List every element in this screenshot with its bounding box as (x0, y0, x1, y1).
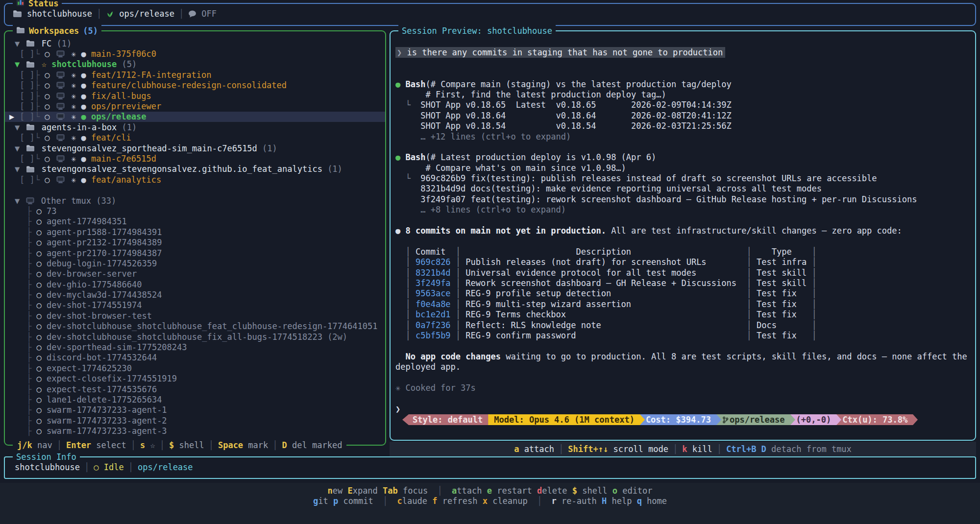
keybind-key: q (637, 496, 642, 506)
workspace-folder-row[interactable]: ▼ stevengonsalvez_stevengonsalvez.github… (5, 164, 385, 174)
workspace-folder-name: stevengonsalvez_sporthead-sim_main-c7e65… (42, 143, 257, 153)
powerline-segment: Ctx(u): 73.8% (836, 414, 913, 425)
tmux-session-row[interactable]: ├ ○ discord-bot-1774532644 (5, 353, 385, 363)
app-screen: { "status_bar": { "title": "Status", "wo… (0, 0, 980, 524)
workspace-folder-row[interactable]: ▼ ☆ shotclubhouse (5) (5, 59, 385, 70)
tmux-session-row[interactable]: ├ ○ agent-pr2170-1774984387 (5, 248, 385, 258)
tmux-session-row[interactable]: ├ ○ lane1-delete-1775265634 (5, 394, 385, 405)
chevron-down-icon: ▼ (15, 143, 24, 153)
tree-connector: └ (35, 133, 40, 143)
checkbox[interactable]: [ ] (20, 112, 35, 121)
checkbox[interactable]: [ ] (20, 91, 35, 101)
keybind-label: refresh (438, 496, 478, 506)
workspace-branch-row[interactable]: [ ]└ ○ ✳ ● main-375f06c0 (5, 48, 385, 59)
tmux-session-name: agent-pr2132-1774984389 (47, 238, 162, 247)
workspace-folder-row[interactable]: ▼ stevengonsalvez_sporthead-sim_main-c7e… (5, 143, 385, 153)
tmux-session-row[interactable]: ├ ○ expect-1774625230 (5, 363, 385, 373)
status-notifications: OFF (201, 9, 217, 19)
tmux-session-row[interactable]: ├ ○ dev-shotclubhouse_shotclubhouse_feat… (5, 321, 385, 332)
workspace-branch-row[interactable]: [ ]├ ○ ✳ ● feature/clubhouse-redesign-co… (5, 80, 385, 91)
workspace-branch-row[interactable]: [ ]├ ○ ✳ ● ops/prreviewer (5, 101, 385, 111)
tmux-session-row[interactable]: ├ ○ debug-login-1774526359 (5, 258, 385, 268)
powerline-segment: Model: Opus 4.6 (1M context) (488, 414, 640, 425)
tmux-session-age: (2w) (322, 332, 347, 342)
tree-connector: ├ (26, 416, 31, 426)
tmux-session-row[interactable]: ├ ○ dev-shot-1774551974 (5, 300, 385, 310)
workspaces-keybind-hints: j/k nav│Enter select│s ☆│$ shell│Space m… (13, 439, 346, 451)
terminal-line: … +8 lines (ctrl+o to expand) (395, 205, 975, 215)
tmux-session-row[interactable]: ├ ○ swarm-1774737233-agent-3 (5, 426, 385, 436)
workspace-branch-row[interactable]: [ ]├ ○ ✳ ● feat/1712-FA-integration (5, 70, 385, 80)
status-dot-icon: ● (81, 70, 91, 80)
tmux-session-row[interactable]: ├ ○ 73 (5, 206, 385, 216)
keybind-label: select (91, 440, 126, 450)
checkbox[interactable]: [ ] (20, 80, 35, 90)
workspace-folder-row[interactable]: ▼ FC (1) (5, 38, 385, 48)
tmux-session-row[interactable]: ├ ○ dev-shot-browser-test (5, 310, 385, 321)
powerline-segment: (+0,-0) (790, 414, 837, 425)
terminal-line: 8321b4d9d docs(testing): make evidence r… (395, 184, 975, 194)
tmux-session-row[interactable]: ├ ○ agent-pr1588-1774984391 (5, 227, 385, 237)
workspace-count: (1) (51, 39, 72, 48)
keybind-key: Ctrl+B D (726, 444, 766, 454)
tmux-session-name: dev-shot-1774551974 (47, 300, 142, 310)
checkbox[interactable]: [ ] (20, 154, 35, 164)
tmux-session-row[interactable]: ├ ○ dev-myclaw3d-1774438524 (5, 289, 385, 300)
session-circle-icon: ○ (31, 426, 47, 436)
workspace-branch-row[interactable]: ▶[ ]└ ○ ✳ ● ops/release (5, 112, 385, 122)
checkbox[interactable]: [ ] (20, 133, 35, 143)
tmux-session-row[interactable]: ├ ○ dev-shotclubhouse_shotclubhouse_fix_… (5, 332, 385, 342)
tmux-session-row[interactable]: ├ ○ expect-test-1774535676 (5, 384, 385, 394)
session-circle-icon: ○ (40, 112, 55, 121)
monitor-icon (56, 155, 65, 162)
status-workspace: shotclubhouse (27, 9, 92, 19)
asterisk-icon: ✳ (66, 175, 81, 185)
tmux-session-row[interactable]: ├ ○ agent-pr2132-1774984389 (5, 237, 385, 247)
status-dot-icon: ● (81, 112, 91, 121)
keybind-label: ew (333, 486, 343, 496)
folder-icon (26, 144, 35, 152)
keybind-key: r (552, 496, 557, 506)
divider: │ (712, 444, 726, 454)
branch-name: feat/cli (91, 133, 131, 143)
tmux-session-row[interactable]: ├ ○ agent-1774984351 (5, 216, 385, 227)
keybind-key: x (483, 496, 488, 506)
checkbox[interactable]: [ ] (20, 101, 35, 111)
checkbox[interactable]: [ ] (20, 70, 35, 80)
tmux-session-name: debug-login-1774526359 (47, 259, 157, 268)
workspace-folder-row[interactable]: ▼ agents-in-a-box (1) (5, 122, 385, 132)
tmux-session-name: dev-browser-server (47, 269, 137, 279)
checkbox[interactable]: [ ] (20, 175, 35, 185)
terminal-blank-line (395, 393, 975, 404)
tmux-session-row[interactable]: ├ ○ expect-closefix-1774551919 (5, 374, 385, 384)
status-title: Status (28, 0, 58, 9)
keybind-label: home (642, 496, 667, 506)
keybind-label: laude (402, 496, 427, 506)
tree-connector: ├ (26, 227, 31, 237)
tmux-session-row[interactable]: ├ ○ dev-ghio-1775486640 (5, 279, 385, 289)
workspace-branch-row[interactable]: [ ]└ ○ ✳ ● main-c7e6515d (5, 153, 385, 164)
keybind-key: E (347, 486, 352, 496)
tree-connector: ├ (35, 91, 40, 101)
tmux-session-row[interactable]: ├ ○ swarm-1774737233-agent-1 (5, 405, 385, 415)
bar-chart-icon (16, 0, 24, 9)
workspace-branch-row[interactable]: [ ]├ ○ ✳ ● fix/all-bugs (5, 91, 385, 101)
divider: │ (268, 440, 282, 450)
keybind-label: restart (492, 486, 532, 496)
workspace-branch-row[interactable]: [ ]└ ○ ✳ ● feat/cli (5, 133, 385, 143)
powerline-label: ops/release (730, 414, 785, 425)
tree-connector: ├ (26, 374, 31, 383)
powerline-segment: ops/release (716, 414, 790, 425)
tmux-group-header[interactable]: ▼ Other tmux (33) (5, 195, 385, 206)
tree-connector: ├ (26, 206, 31, 216)
tmux-session-name: expect-1774625230 (47, 363, 132, 373)
workspace-branch-row[interactable]: [ ]└ ○ ✳ ● feat/analytics (5, 174, 385, 185)
session-preview-terminal[interactable]: ❯ is there any commits in staging that h… (391, 31, 975, 425)
tmux-session-row[interactable]: ├ ○ dev-browser-server (5, 269, 385, 279)
checkbox[interactable]: [ ] (20, 49, 35, 59)
terminal-line: SHOT App v0.18.54 v0.18.54 2026-02-03T21… (395, 121, 975, 131)
session-info-state: ○ Idle (94, 462, 123, 472)
branch-name: feature/clubhouse-redesign-consolidated (91, 80, 287, 90)
tmux-session-row[interactable]: ├ ○ swarm-1774737233-agent-2 (5, 415, 385, 426)
tmux-session-row[interactable]: ├ ○ dev-sporthead-sim-1775208243 (5, 342, 385, 352)
